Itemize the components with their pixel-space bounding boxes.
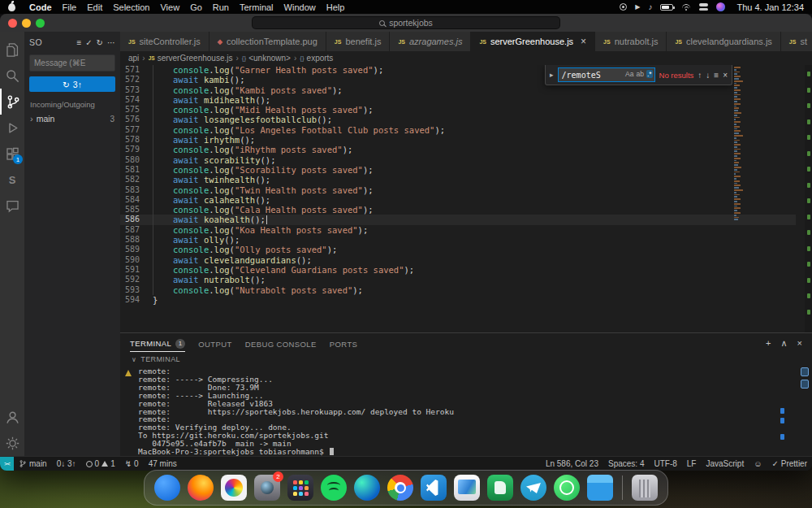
dock-spotify-icon[interactable] xyxy=(321,475,347,501)
breadcrumb-item[interactable]: JSserverGreenhouse.js xyxy=(149,54,233,63)
tab-clevelandguardians-js[interactable]: JSclevelandguardians.js xyxy=(667,32,780,51)
code-line[interactable]: 577console.log("Los Angeles Football Clu… xyxy=(120,125,796,135)
dock-evernote-icon[interactable] xyxy=(487,475,513,501)
status-branch[interactable]: main xyxy=(14,459,52,468)
sync-changes-button[interactable]: ↻ 3↑ xyxy=(29,76,115,92)
dock-firefox-icon[interactable] xyxy=(188,475,214,501)
breadcrumb-item[interactable]: {}<unknown> xyxy=(242,54,291,63)
dock-appstore-icon[interactable] xyxy=(154,475,180,501)
terminal[interactable]: remote:remote: -----> Compressing...remo… xyxy=(120,366,812,456)
traffic-light-close[interactable] xyxy=(8,19,17,28)
status-zap[interactable]: ↯ 0 xyxy=(120,459,144,468)
terminal-lines[interactable]: remote:remote: -----> Compressing...remo… xyxy=(138,367,775,456)
status-cursor-position[interactable]: Ln 586, Col 23 xyxy=(541,459,603,468)
dock-telegram-icon[interactable] xyxy=(520,475,546,501)
code-line[interactable]: 578await irhythm(); xyxy=(120,135,796,145)
find-in-selection-button[interactable]: ≡ xyxy=(714,71,719,80)
code-line[interactable]: 592await nutrabolt(); xyxy=(120,275,796,284)
terminal-decoration-icon[interactable] xyxy=(801,367,809,376)
panel-maximize-button[interactable]: ∧ xyxy=(781,338,788,349)
code-line[interactable]: 573console.log("Kambi posts saved"); xyxy=(120,85,796,95)
code-line[interactable]: 588await olly(); xyxy=(120,235,796,245)
control-center-icon[interactable] xyxy=(699,2,708,11)
panel-tab-terminal[interactable]: TERMINAL1 xyxy=(130,335,185,352)
find-toggle-chevron[interactable]: ▸ xyxy=(550,71,554,79)
breadcrumb-item[interactable]: api xyxy=(128,54,139,63)
menu-item-view[interactable]: View xyxy=(160,2,179,12)
code-line[interactable]: 591console.log("Cleveland Guardians post… xyxy=(120,265,796,275)
status-encoding[interactable]: UTF-8 xyxy=(649,459,681,468)
explorer-icon[interactable] xyxy=(0,37,24,63)
status-formatter[interactable]: ✓ Prettier xyxy=(767,459,812,468)
tab-servergreenhouse-js[interactable]: JSserverGreenhouse.js× xyxy=(471,32,595,51)
terminal-group-header[interactable]: ∨ TERMINAL xyxy=(120,353,812,366)
incoming-outgoing-label[interactable]: Incoming/Outgoing xyxy=(24,92,120,112)
apple-menu-icon[interactable] xyxy=(8,3,15,11)
code-line[interactable]: 576await losangelesfootballclub(); xyxy=(120,115,796,124)
code-line[interactable]: 587console.log("Koa Health posts saved")… xyxy=(120,225,796,235)
code-line[interactable]: 586await koahealth(); xyxy=(120,215,796,224)
source-control-icon[interactable] xyxy=(0,89,24,115)
battery-icon[interactable] xyxy=(660,4,673,11)
code-line[interactable]: 585console.log("Cala Health posts saved"… xyxy=(120,205,796,215)
new-terminal-button[interactable]: + xyxy=(766,338,771,349)
traffic-light-minimize[interactable] xyxy=(22,19,31,28)
refresh-icon[interactable]: ↻ xyxy=(97,38,103,47)
code-line[interactable]: 575console.log("Midi Health posts saved"… xyxy=(120,105,796,115)
status-time-tracker[interactable]: 47 mins xyxy=(144,459,182,468)
menu-item-help[interactable]: Help xyxy=(326,2,345,12)
find-prev-button[interactable]: ↑ xyxy=(698,71,702,80)
dock-whatsapp-icon[interactable] xyxy=(554,475,580,501)
commit-check-icon[interactable]: ✓ xyxy=(85,38,92,47)
panel-close-button[interactable]: × xyxy=(797,338,802,349)
command-center[interactable]: sportekjobs xyxy=(252,16,560,29)
title-bar[interactable]: sportekjobs xyxy=(0,14,812,32)
s-extension-icon[interactable]: S xyxy=(0,167,24,193)
code-line[interactable]: 584await calahealth(); xyxy=(120,195,796,205)
close-icon[interactable]: × xyxy=(581,36,586,47)
extensions-icon[interactable]: 1 xyxy=(0,141,24,167)
tab-azragames-js[interactable]: JSazragames.js xyxy=(390,32,471,51)
dock-trash-icon[interactable] xyxy=(632,475,658,501)
dock-camera-icon[interactable]: 2 xyxy=(254,475,280,501)
dock-folder-icon[interactable] xyxy=(587,475,613,501)
match-case-button[interactable]: Aa xyxy=(625,70,633,78)
view-mode-icon[interactable]: ≡ xyxy=(76,38,81,47)
tab-sitecontroller-js[interactable]: JSsiteController.js xyxy=(120,32,209,51)
menu-clock[interactable]: Thu 4. Jan 12:34 xyxy=(736,2,804,12)
siri-icon[interactable] xyxy=(716,2,725,11)
code-line[interactable]: 574await midihealth(); xyxy=(120,95,796,105)
breadcrumb-item[interactable]: {}exports xyxy=(300,54,333,63)
chat-icon[interactable] xyxy=(0,193,24,219)
tab-nutrabolt-js[interactable]: JSnutrabolt.js xyxy=(595,32,667,51)
find-close-button[interactable]: × xyxy=(723,71,728,80)
feedback-smiley-icon[interactable]: ☺ xyxy=(749,459,767,468)
menu-item-file[interactable]: File xyxy=(63,2,77,12)
whole-word-button[interactable]: ab xyxy=(636,70,643,78)
more-actions-icon[interactable]: ⋯ xyxy=(107,38,115,47)
status-language[interactable]: JavaScript xyxy=(701,459,749,468)
panel-tab-debug-console[interactable]: DEBUG CONSOLE xyxy=(245,335,317,352)
menu-item-terminal[interactable]: Terminal xyxy=(240,2,274,12)
code-line[interactable]: 593console.log("Nutrabolt posts saved"); xyxy=(120,285,796,295)
branch-row[interactable]: › main 3 xyxy=(24,112,120,125)
tab-collectiontemplate-pug[interactable]: ◆collectionTemplate.pug xyxy=(209,32,326,51)
code-line[interactable]: 579console.log("iRhythm posts saved"); xyxy=(120,145,796,154)
dock-edge-icon[interactable] xyxy=(354,475,380,501)
panel-tab-ports[interactable]: PORTS xyxy=(330,335,358,352)
dock-launchpad-icon[interactable] xyxy=(287,475,313,501)
menu-item-run[interactable]: Run xyxy=(213,2,229,12)
settings-gear-icon[interactable] xyxy=(0,430,24,456)
music-note-icon[interactable]: ♪ xyxy=(648,3,652,11)
status-problems[interactable]: 0 1 xyxy=(81,459,120,468)
status-eol[interactable]: LF xyxy=(682,459,702,468)
menu-app-name[interactable]: Code xyxy=(29,2,52,12)
menu-item-window[interactable]: Window xyxy=(284,2,316,12)
screen-recording-icon[interactable] xyxy=(620,3,627,11)
minimap[interactable] xyxy=(734,67,745,220)
code-line[interactable]: 589console.log("Olly posts saved"); xyxy=(120,245,796,254)
play-icon[interactable]: ▶ xyxy=(635,4,640,11)
code-line[interactable]: 581console.log("Scorability posts saved"… xyxy=(120,165,796,175)
regex-button[interactable]: .* xyxy=(646,70,653,78)
tab-benefit-js[interactable]: JSbenefit.js xyxy=(326,32,391,51)
